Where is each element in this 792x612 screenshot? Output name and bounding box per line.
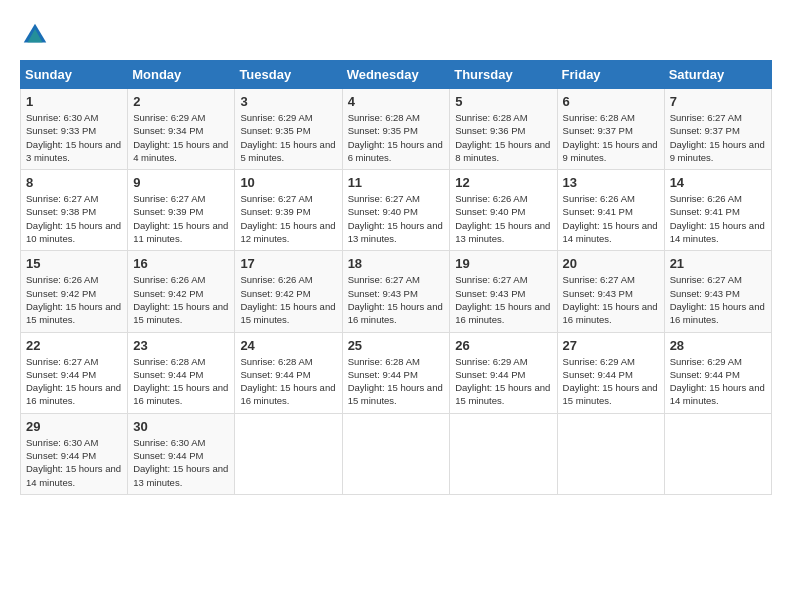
column-header-sunday: Sunday: [21, 61, 128, 89]
day-number: 17: [240, 256, 336, 271]
day-number: 25: [348, 338, 445, 353]
cell-text: Sunrise: 6:29 AMSunset: 9:34 PMDaylight:…: [133, 112, 228, 163]
calendar-cell: 15Sunrise: 6:26 AMSunset: 9:42 PMDayligh…: [21, 251, 128, 332]
calendar-cell: [235, 413, 342, 494]
cell-text: Sunrise: 6:27 AMSunset: 9:43 PMDaylight:…: [670, 274, 765, 325]
cell-text: Sunrise: 6:28 AMSunset: 9:44 PMDaylight:…: [133, 356, 228, 407]
day-number: 26: [455, 338, 551, 353]
cell-text: Sunrise: 6:28 AMSunset: 9:36 PMDaylight:…: [455, 112, 550, 163]
calendar-cell: [450, 413, 557, 494]
calendar-cell: 21Sunrise: 6:27 AMSunset: 9:43 PMDayligh…: [664, 251, 771, 332]
calendar-cell: 5Sunrise: 6:28 AMSunset: 9:36 PMDaylight…: [450, 89, 557, 170]
cell-text: Sunrise: 6:27 AMSunset: 9:39 PMDaylight:…: [240, 193, 335, 244]
cell-text: Sunrise: 6:27 AMSunset: 9:43 PMDaylight:…: [348, 274, 443, 325]
day-number: 12: [455, 175, 551, 190]
cell-text: Sunrise: 6:27 AMSunset: 9:44 PMDaylight:…: [26, 356, 121, 407]
column-header-saturday: Saturday: [664, 61, 771, 89]
cell-text: Sunrise: 6:29 AMSunset: 9:44 PMDaylight:…: [670, 356, 765, 407]
day-number: 9: [133, 175, 229, 190]
cell-text: Sunrise: 6:27 AMSunset: 9:38 PMDaylight:…: [26, 193, 121, 244]
day-number: 11: [348, 175, 445, 190]
calendar-week-row: 1Sunrise: 6:30 AMSunset: 9:33 PMDaylight…: [21, 89, 772, 170]
cell-text: Sunrise: 6:29 AMSunset: 9:44 PMDaylight:…: [563, 356, 658, 407]
cell-text: Sunrise: 6:26 AMSunset: 9:41 PMDaylight:…: [670, 193, 765, 244]
calendar-cell: 16Sunrise: 6:26 AMSunset: 9:42 PMDayligh…: [128, 251, 235, 332]
day-number: 15: [26, 256, 122, 271]
cell-text: Sunrise: 6:26 AMSunset: 9:41 PMDaylight:…: [563, 193, 658, 244]
calendar-cell: 29Sunrise: 6:30 AMSunset: 9:44 PMDayligh…: [21, 413, 128, 494]
day-number: 13: [563, 175, 659, 190]
day-number: 27: [563, 338, 659, 353]
calendar-cell: 25Sunrise: 6:28 AMSunset: 9:44 PMDayligh…: [342, 332, 450, 413]
cell-text: Sunrise: 6:27 AMSunset: 9:40 PMDaylight:…: [348, 193, 443, 244]
day-number: 18: [348, 256, 445, 271]
calendar-cell: 1Sunrise: 6:30 AMSunset: 9:33 PMDaylight…: [21, 89, 128, 170]
calendar-week-row: 29Sunrise: 6:30 AMSunset: 9:44 PMDayligh…: [21, 413, 772, 494]
day-number: 6: [563, 94, 659, 109]
calendar-cell: [557, 413, 664, 494]
day-number: 23: [133, 338, 229, 353]
day-number: 2: [133, 94, 229, 109]
day-number: 28: [670, 338, 766, 353]
calendar-cell: 19Sunrise: 6:27 AMSunset: 9:43 PMDayligh…: [450, 251, 557, 332]
day-number: 20: [563, 256, 659, 271]
day-number: 8: [26, 175, 122, 190]
cell-text: Sunrise: 6:26 AMSunset: 9:42 PMDaylight:…: [240, 274, 335, 325]
calendar-cell: 20Sunrise: 6:27 AMSunset: 9:43 PMDayligh…: [557, 251, 664, 332]
calendar-cell: 23Sunrise: 6:28 AMSunset: 9:44 PMDayligh…: [128, 332, 235, 413]
cell-text: Sunrise: 6:29 AMSunset: 9:44 PMDaylight:…: [455, 356, 550, 407]
day-number: 14: [670, 175, 766, 190]
day-number: 21: [670, 256, 766, 271]
cell-text: Sunrise: 6:30 AMSunset: 9:33 PMDaylight:…: [26, 112, 121, 163]
day-number: 16: [133, 256, 229, 271]
column-header-tuesday: Tuesday: [235, 61, 342, 89]
column-header-thursday: Thursday: [450, 61, 557, 89]
calendar-cell: 27Sunrise: 6:29 AMSunset: 9:44 PMDayligh…: [557, 332, 664, 413]
day-number: 10: [240, 175, 336, 190]
cell-text: Sunrise: 6:30 AMSunset: 9:44 PMDaylight:…: [26, 437, 121, 488]
cell-text: Sunrise: 6:28 AMSunset: 9:44 PMDaylight:…: [240, 356, 335, 407]
cell-text: Sunrise: 6:28 AMSunset: 9:37 PMDaylight:…: [563, 112, 658, 163]
cell-text: Sunrise: 6:30 AMSunset: 9:44 PMDaylight:…: [133, 437, 228, 488]
day-number: 1: [26, 94, 122, 109]
calendar-cell: 9Sunrise: 6:27 AMSunset: 9:39 PMDaylight…: [128, 170, 235, 251]
logo: [20, 20, 52, 50]
cell-text: Sunrise: 6:26 AMSunset: 9:40 PMDaylight:…: [455, 193, 550, 244]
calendar-cell: 28Sunrise: 6:29 AMSunset: 9:44 PMDayligh…: [664, 332, 771, 413]
day-number: 7: [670, 94, 766, 109]
day-number: 30: [133, 419, 229, 434]
calendar-cell: 24Sunrise: 6:28 AMSunset: 9:44 PMDayligh…: [235, 332, 342, 413]
column-header-friday: Friday: [557, 61, 664, 89]
calendar-cell: 2Sunrise: 6:29 AMSunset: 9:34 PMDaylight…: [128, 89, 235, 170]
logo-icon: [20, 20, 50, 50]
calendar-cell: 7Sunrise: 6:27 AMSunset: 9:37 PMDaylight…: [664, 89, 771, 170]
cell-text: Sunrise: 6:26 AMSunset: 9:42 PMDaylight:…: [26, 274, 121, 325]
cell-text: Sunrise: 6:29 AMSunset: 9:35 PMDaylight:…: [240, 112, 335, 163]
calendar-cell: 26Sunrise: 6:29 AMSunset: 9:44 PMDayligh…: [450, 332, 557, 413]
calendar-cell: 6Sunrise: 6:28 AMSunset: 9:37 PMDaylight…: [557, 89, 664, 170]
day-number: 22: [26, 338, 122, 353]
day-number: 19: [455, 256, 551, 271]
column-header-monday: Monday: [128, 61, 235, 89]
day-number: 29: [26, 419, 122, 434]
calendar-week-row: 15Sunrise: 6:26 AMSunset: 9:42 PMDayligh…: [21, 251, 772, 332]
cell-text: Sunrise: 6:27 AMSunset: 9:43 PMDaylight:…: [563, 274, 658, 325]
calendar-cell: 3Sunrise: 6:29 AMSunset: 9:35 PMDaylight…: [235, 89, 342, 170]
calendar-cell: 10Sunrise: 6:27 AMSunset: 9:39 PMDayligh…: [235, 170, 342, 251]
day-number: 3: [240, 94, 336, 109]
cell-text: Sunrise: 6:27 AMSunset: 9:43 PMDaylight:…: [455, 274, 550, 325]
calendar-cell: 11Sunrise: 6:27 AMSunset: 9:40 PMDayligh…: [342, 170, 450, 251]
calendar-cell: 4Sunrise: 6:28 AMSunset: 9:35 PMDaylight…: [342, 89, 450, 170]
calendar-cell: 13Sunrise: 6:26 AMSunset: 9:41 PMDayligh…: [557, 170, 664, 251]
calendar-week-row: 22Sunrise: 6:27 AMSunset: 9:44 PMDayligh…: [21, 332, 772, 413]
calendar-cell: 12Sunrise: 6:26 AMSunset: 9:40 PMDayligh…: [450, 170, 557, 251]
calendar-cell: [342, 413, 450, 494]
calendar-table: SundayMondayTuesdayWednesdayThursdayFrid…: [20, 60, 772, 495]
calendar-cell: 14Sunrise: 6:26 AMSunset: 9:41 PMDayligh…: [664, 170, 771, 251]
column-header-wednesday: Wednesday: [342, 61, 450, 89]
cell-text: Sunrise: 6:27 AMSunset: 9:39 PMDaylight:…: [133, 193, 228, 244]
day-number: 24: [240, 338, 336, 353]
calendar-week-row: 8Sunrise: 6:27 AMSunset: 9:38 PMDaylight…: [21, 170, 772, 251]
calendar-cell: 17Sunrise: 6:26 AMSunset: 9:42 PMDayligh…: [235, 251, 342, 332]
calendar-cell: [664, 413, 771, 494]
